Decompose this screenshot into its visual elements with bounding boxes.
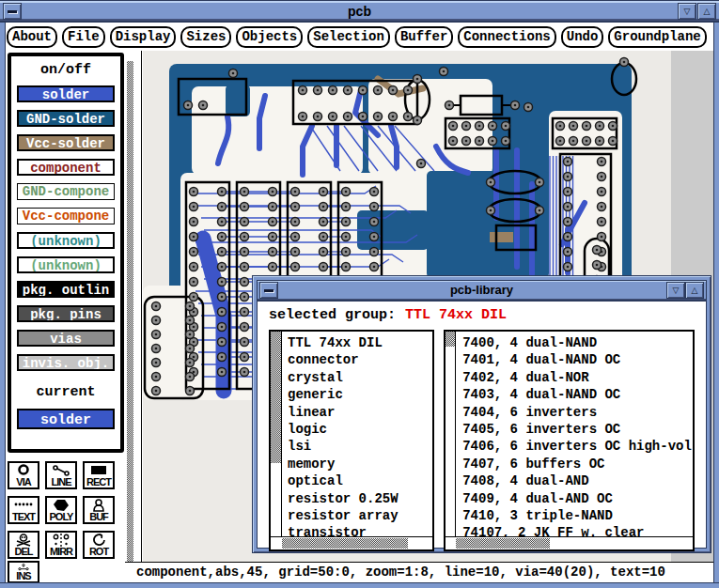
library-group-item[interactable]: optical	[288, 472, 432, 489]
library-window: pcb-library ▽ △ selected group:TTL 74xx …	[252, 275, 711, 553]
library-part-item[interactable]: 7409, 4 dual-AND OC	[462, 490, 693, 507]
mirror-tool-button[interactable]: MIRR	[45, 531, 77, 559]
library-part-item[interactable]: 7401, 4 dual-NAND OC	[462, 351, 693, 368]
onoff-label: on/off	[11, 62, 120, 78]
rect-tool-button[interactable]: RECT	[83, 461, 115, 489]
menu-sizes[interactable]: Sizes	[180, 26, 231, 48]
library-part-item[interactable]: 7403, 4 dual-NAND OC	[462, 386, 693, 403]
library-part-item[interactable]: 7410, 3 triple-NAND	[462, 507, 693, 524]
groups-items: TTL 74xx DIL connector crystal generic l…	[282, 332, 432, 537]
library-shade-button[interactable]: ▽	[666, 282, 685, 299]
via-tool-button[interactable]: VIA	[8, 461, 39, 489]
menu-groundplane[interactable]: Groundplane	[608, 26, 706, 48]
parts-vertical-scrollbar[interactable]	[445, 332, 456, 537]
library-part-item[interactable]: 7405, 6 inverters OC	[462, 421, 693, 438]
delete-tool-button[interactable]: DEL	[8, 531, 39, 559]
library-group-item[interactable]: crystal	[288, 369, 432, 386]
menu-buffer[interactable]: Buffer	[395, 26, 453, 48]
layer-toggle-unknown-2[interactable]: (unknown)	[17, 256, 115, 273]
window-frame-right[interactable]	[713, 23, 719, 588]
menu-bar: About File Display Sizes Objects Selecti…	[7, 23, 713, 51]
library-group-item[interactable]: TTL 74xx DIL	[288, 334, 432, 351]
window-frame-bottom[interactable]	[0, 582, 719, 588]
skull-delete-icon	[14, 534, 33, 547]
library-part-item[interactable]: 74107, 2 JK FF w. clear	[462, 524, 693, 537]
line-tool-label: LINE	[51, 477, 70, 487]
library-part-item[interactable]: 7402, 4 dual-NOR	[462, 369, 693, 386]
groups-hscroll-thumb[interactable]	[282, 538, 408, 549]
menu-objects[interactable]: Objects	[236, 26, 303, 48]
shade-button[interactable]: ▽	[678, 3, 696, 20]
insert-tool-button[interactable]: INS	[8, 561, 39, 583]
mirror-icon	[52, 534, 70, 547]
library-group-item[interactable]: resistor array	[288, 507, 432, 524]
mirror-tool-label: MIRR	[50, 547, 72, 557]
layer-toggle-gnd-solder[interactable]: GND-solder	[17, 110, 115, 127]
library-window-title: pcb-library	[258, 283, 706, 297]
menu-selection[interactable]: Selection	[307, 26, 390, 48]
layer-toggle-vias[interactable]: vias	[17, 330, 115, 347]
library-titlebar[interactable]: pcb-library ▽ △	[257, 280, 707, 301]
library-group-item[interactable]: connector	[288, 351, 432, 368]
groups-vertical-scrollbar[interactable]	[271, 332, 282, 537]
layer-toggle-gnd-component[interactable]: GND-compone	[17, 183, 115, 200]
menu-undo[interactable]: Undo	[561, 26, 604, 48]
rotate-icon	[89, 534, 108, 547]
line-tool-button[interactable]: LINE	[45, 461, 77, 489]
current-label: current	[11, 384, 120, 400]
buffer-tool-button[interactable]: BUF	[83, 496, 115, 524]
raise-button[interactable]: △	[697, 3, 716, 20]
library-group-item[interactable]: transistor	[288, 524, 432, 537]
groups-horizontal-scrollbar[interactable]	[271, 536, 432, 549]
parts-hscroll-thumb[interactable]	[456, 538, 550, 549]
window-title: pcb	[0, 4, 719, 19]
selected-group-value: TTL 74xx DIL	[405, 307, 507, 323]
library-group-item[interactable]: lsi	[288, 438, 432, 455]
text-tool-button[interactable]: TEXT	[8, 496, 39, 524]
library-group-item[interactable]: resistor 0.25W	[288, 490, 432, 507]
menu-display[interactable]: Display	[110, 26, 177, 48]
groups-vscroll-thumb[interactable]	[271, 332, 281, 463]
via-icon	[14, 464, 33, 477]
library-parts-list: 7400, 4 dual-NAND 7401, 4 dual-NAND OC 7…	[444, 330, 695, 551]
layer-toggle-unknown-1[interactable]: (unknown)	[17, 232, 115, 249]
window-titlebar[interactable]: pcb ▽ △	[0, 0, 719, 23]
menu-connections[interactable]: Connections	[458, 26, 555, 48]
poly-tool-button[interactable]: POLY	[45, 496, 77, 524]
current-layer-button[interactable]: solder	[17, 409, 115, 429]
layer-toggle-pkg-outline[interactable]: pkg. outlin	[17, 281, 115, 298]
library-group-item[interactable]: memory	[288, 456, 432, 472]
window-frame-left[interactable]	[0, 23, 6, 588]
via-tool-label: VIA	[16, 477, 30, 487]
canvas-vertical-scrollbar[interactable]	[127, 61, 133, 562]
layer-toggle-pkg-pins[interactable]: pkg. pins	[17, 305, 115, 322]
layer-toggle-vcc-solder[interactable]: Vcc-solder	[17, 134, 115, 151]
buffer-tool-label: BUF	[89, 512, 108, 522]
layer-toggle-component[interactable]: component	[17, 159, 115, 176]
library-group-item[interactable]: logic	[288, 421, 432, 438]
layer-toggle-vcc-component[interactable]: Vcc-compone	[17, 208, 115, 224]
library-part-item[interactable]: 7406, 6 inverters OC high-vol	[462, 438, 693, 455]
library-part-item[interactable]: 7404, 6 inverters	[462, 404, 693, 421]
layer-toggle-solder[interactable]: solder	[17, 85, 115, 102]
menu-file[interactable]: File	[62, 26, 105, 48]
library-part-item[interactable]: 7407, 6 buffers OC	[462, 456, 693, 472]
library-group-item[interactable]: generic	[288, 386, 432, 403]
poly-tool-label: POLY	[50, 512, 73, 522]
library-raise-button[interactable]: △	[685, 282, 704, 299]
shade-down-icon: ▽	[684, 8, 691, 16]
library-part-item[interactable]: 7408, 4 dual-AND	[462, 472, 693, 489]
status-text: component,abs,45, grid=50:0, zoom=1:8, l…	[136, 565, 665, 580]
buffer-icon	[89, 499, 108, 512]
library-group-item[interactable]: linear	[288, 404, 432, 421]
parts-vscroll-thumb[interactable]	[445, 332, 455, 347]
rotate-tool-button[interactable]: ROT	[83, 531, 115, 559]
layer-panel: on/off solder GND-solder Vcc-solder comp…	[8, 53, 124, 453]
layer-toggle-invisible[interactable]: invis. obj.	[17, 354, 115, 371]
library-part-item[interactable]: 7400, 4 dual-NAND	[462, 334, 693, 351]
menu-about[interactable]: About	[7, 26, 57, 48]
selected-group-label: selected group:	[269, 307, 396, 323]
tool-palette: VIA LINE RECT TEXT POLY BUF DEL MIRR ROT	[8, 461, 115, 559]
library-shade-down-icon: ▽	[673, 286, 680, 295]
parts-horizontal-scrollbar[interactable]	[445, 536, 693, 549]
